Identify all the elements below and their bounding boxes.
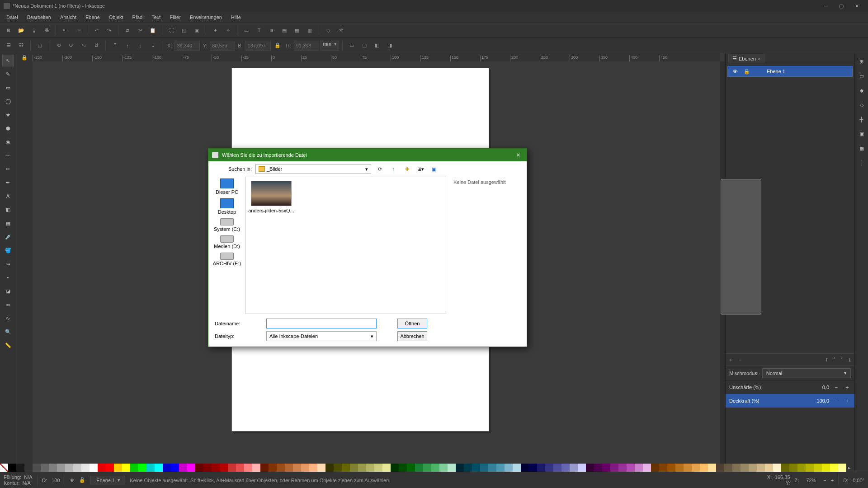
calligraphy-tool-icon[interactable]: ✒: [3, 177, 14, 188]
color-swatch[interactable]: [472, 464, 480, 472]
color-swatch[interactable]: [732, 464, 741, 472]
color-swatch[interactable]: [757, 464, 765, 472]
color-swatch[interactable]: [529, 464, 537, 472]
color-swatch[interactable]: [41, 464, 49, 472]
scrollbar-vertical[interactable]: [720, 61, 725, 466]
place-drive-e[interactable]: ARCHIV (E:): [210, 253, 244, 266]
zoom-drawing-icon[interactable]: ◱: [178, 24, 190, 36]
undo-icon[interactable]: ↶: [90, 24, 102, 36]
color-swatch[interactable]: [179, 464, 187, 472]
prefs-icon[interactable]: ✲: [335, 24, 347, 36]
color-swatch[interactable]: [602, 464, 610, 472]
tab-layers[interactable]: ☰ Ebenen ×: [728, 54, 764, 63]
select-all-icon[interactable]: ☷: [15, 40, 27, 52]
zoom-out-icon[interactable]: −: [823, 478, 826, 483]
color-swatch[interactable]: [659, 464, 667, 472]
color-swatch[interactable]: [431, 464, 439, 472]
menu-path[interactable]: Pfad: [128, 13, 147, 21]
menu-layer[interactable]: Ebene: [81, 13, 104, 21]
color-swatch[interactable]: [326, 464, 334, 472]
color-swatch[interactable]: [301, 464, 309, 472]
ruler-corner-lock-icon[interactable]: 🔒: [16, 53, 33, 61]
eraser-tool-icon[interactable]: ◪: [3, 286, 14, 296]
spiral-tool-icon[interactable]: ◉: [3, 136, 14, 147]
node-tool-icon[interactable]: ✎: [3, 69, 14, 80]
color-swatch[interactable]: [342, 464, 350, 472]
open-button[interactable]: Öffnen: [397, 319, 427, 328]
text-tool-icon[interactable]: T: [253, 24, 265, 36]
measure-tool-icon[interactable]: 📏: [3, 340, 14, 351]
color-swatch[interactable]: [692, 464, 700, 472]
scrollbar-thumb[interactable]: [721, 179, 761, 314]
view-menu-icon[interactable]: ⊞▾: [415, 164, 425, 174]
current-layer-select[interactable]: -Ebene 1▾: [90, 476, 126, 484]
new-icon[interactable]: 🗎: [3, 24, 14, 36]
rotation-value[interactable]: 0,00°: [853, 478, 864, 483]
palette-scroll-icon[interactable]: ▸: [846, 464, 853, 472]
color-swatch[interactable]: [65, 464, 73, 472]
color-swatch[interactable]: [448, 464, 456, 472]
color-swatch[interactable]: [781, 464, 789, 472]
color-swatch[interactable]: [423, 464, 431, 472]
snap-other-icon[interactable]: ◇: [856, 99, 867, 110]
menu-text[interactable]: Text: [147, 13, 165, 21]
open-icon[interactable]: 📂: [15, 24, 27, 36]
color-swatch[interactable]: [122, 464, 130, 472]
scale-stroke-icon[interactable]: ▭: [346, 40, 358, 52]
snap-grid-icon[interactable]: ▦: [856, 143, 867, 154]
place-this-pc[interactable]: Dieser PC: [210, 178, 244, 195]
opacity-value[interactable]: 100,0: [809, 398, 829, 404]
color-swatch[interactable]: [822, 464, 830, 472]
color-swatch[interactable]: [618, 464, 627, 472]
blend-mode-select[interactable]: Normal▾: [762, 368, 851, 378]
color-swatch[interactable]: [464, 464, 472, 472]
place-drive-d[interactable]: Medien (D:): [210, 235, 244, 249]
color-swatch[interactable]: [741, 464, 749, 472]
color-swatch[interactable]: [586, 464, 594, 472]
zoom-in-icon[interactable]: +: [831, 478, 834, 483]
color-swatch[interactable]: [521, 464, 529, 472]
gradient-tool-icon[interactable]: ◧: [3, 204, 14, 215]
raise-layer-icon[interactable]: ˄: [833, 357, 836, 363]
color-swatch[interactable]: [627, 464, 635, 472]
pencil-tool-icon[interactable]: ✏: [3, 164, 14, 174]
text-tool-icon[interactable]: A: [3, 191, 14, 202]
color-swatch[interactable]: [382, 464, 391, 472]
color-swatch[interactable]: [439, 464, 448, 472]
remove-layer-icon[interactable]: －: [738, 357, 743, 363]
layer-row[interactable]: 👁 🔓 Ebene 1: [727, 66, 853, 77]
close-icon[interactable]: ✕: [513, 152, 523, 158]
color-swatch[interactable]: [553, 464, 561, 472]
connector-tool-icon[interactable]: ⫘: [3, 299, 14, 310]
color-swatch[interactable]: [594, 464, 602, 472]
lower-icon[interactable]: ↓: [134, 40, 146, 52]
select-all-layers-icon[interactable]: ☰: [3, 40, 14, 52]
color-swatch[interactable]: [374, 464, 382, 472]
window-minimize[interactable]: ─: [818, 1, 834, 10]
color-swatch[interactable]: [334, 464, 342, 472]
transform-icon[interactable]: ▥: [304, 24, 316, 36]
color-swatch[interactable]: [537, 464, 545, 472]
zoom-value[interactable]: 72%: [803, 477, 819, 484]
color-swatch[interactable]: [724, 464, 732, 472]
color-swatch[interactable]: [130, 464, 138, 472]
color-swatch[interactable]: [716, 464, 724, 472]
align-icon[interactable]: ≡: [266, 24, 278, 36]
scale-gradient-icon[interactable]: ◧: [371, 40, 383, 52]
raise-to-top-icon[interactable]: ⤒: [825, 357, 829, 363]
dialog-titlebar[interactable]: Wählen Sie die zu importierende Datei ✕: [208, 149, 527, 161]
color-swatch[interactable]: [285, 464, 293, 472]
color-swatch[interactable]: [675, 464, 684, 472]
group-icon[interactable]: ▭: [241, 24, 252, 36]
color-swatch[interactable]: [488, 464, 496, 472]
clone-icon[interactable]: ✧: [222, 24, 234, 36]
w-input[interactable]: [245, 41, 271, 51]
zoom-page-icon[interactable]: ▣: [191, 24, 203, 36]
flip-v-icon[interactable]: ⇵: [90, 40, 102, 52]
zoom-tool-icon[interactable]: 🔍: [3, 326, 14, 337]
color-swatch[interactable]: [797, 464, 806, 472]
color-swatch[interactable]: [195, 464, 203, 472]
snap-node-icon[interactable]: ◆: [856, 85, 867, 96]
bezier-tool-icon[interactable]: 〰: [3, 150, 14, 161]
visibility-icon[interactable]: 👁: [70, 478, 75, 483]
